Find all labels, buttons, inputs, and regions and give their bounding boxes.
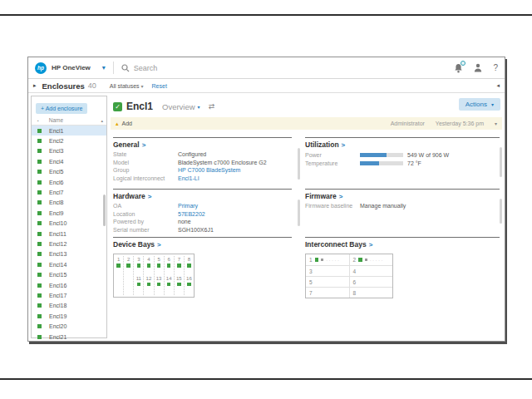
interconnect-bay-5[interactable]: 5 xyxy=(306,277,349,287)
device-bay-column[interactable]: 20 xyxy=(123,256,133,295)
bay-number: 1 xyxy=(309,257,313,263)
sidebar-item-encl14[interactable]: Encl14 xyxy=(32,259,106,269)
sidebar-item-encl1[interactable]: Encl1 xyxy=(32,126,106,135)
device-bay-column[interactable]: 10 xyxy=(114,256,123,295)
interconnect-bay-4[interactable]: 4 xyxy=(349,266,393,276)
add-enclosure-button[interactable]: + Add enclosure xyxy=(36,103,87,114)
device-bay-column[interactable]: 513 xyxy=(154,256,164,295)
device-bay-column[interactable]: 614 xyxy=(164,256,174,295)
status-filter-dropdown[interactable]: All statuses ▾ xyxy=(110,83,144,89)
sidebar-item-encl20[interactable]: Encl20 xyxy=(32,321,106,331)
interconnect-bays-grid: 1·····2·····345678 xyxy=(305,254,393,298)
chevron-down-icon: ▾ xyxy=(491,101,494,107)
interconnect-bay-3[interactable]: 3 xyxy=(306,266,349,276)
hp-logo-icon[interactable]: hp xyxy=(35,62,47,74)
section-general-header[interactable]: General> xyxy=(113,137,292,149)
interconnect-bay-2[interactable]: 2····· xyxy=(349,254,393,265)
status-ok-icon xyxy=(137,283,141,287)
bay-number: 3 xyxy=(137,256,140,263)
device-bay-column[interactable]: 715 xyxy=(174,256,184,295)
interconnect-bay-6[interactable]: 6 xyxy=(349,277,393,287)
bay-number: 7 xyxy=(309,290,313,296)
sidebar-scrollbar[interactable] xyxy=(103,195,106,226)
utilization-row: Power549 W of 906 W xyxy=(305,152,500,158)
sidebar-item-encl18[interactable]: Encl18 xyxy=(32,301,106,311)
bay-number: 8 xyxy=(353,290,357,296)
expand-arrow-icon[interactable]: ▸ xyxy=(33,82,37,89)
enclosure-name: Encl3 xyxy=(49,148,64,154)
enclosure-name: Encl8 xyxy=(49,200,64,205)
sidebar-item-encl10[interactable]: Encl10 xyxy=(32,219,106,229)
sidebar-item-encl15[interactable]: Encl15 xyxy=(32,269,106,279)
sidebar-item-encl19[interactable]: Encl19 xyxy=(32,311,106,321)
status-ok-icon xyxy=(126,264,131,268)
sidebar-item-encl7[interactable]: Encl7 xyxy=(32,187,106,197)
section-hardware-header[interactable]: Hardware> xyxy=(113,189,292,200)
sidebar-item-encl5[interactable]: Encl5 xyxy=(32,167,106,177)
field-row: Firmware baselineManage manually xyxy=(305,203,500,209)
reset-link[interactable]: Reset xyxy=(152,83,167,89)
module-name-truncated: ····· xyxy=(326,258,341,263)
sidebar-item-encl11[interactable]: Encl11 xyxy=(32,229,106,239)
status-ok-icon xyxy=(37,293,42,298)
sidebar-item-encl16[interactable]: Encl16 xyxy=(32,280,106,290)
sidebar-item-encl4[interactable]: Encl4 xyxy=(32,156,106,166)
actions-button[interactable]: Actions ▾ xyxy=(459,98,500,111)
device-bay-column[interactable]: 816 xyxy=(184,256,194,295)
help-icon[interactable]: ? xyxy=(493,63,498,72)
sidebar-item-encl2[interactable]: Encl2 xyxy=(32,135,106,145)
add-enclosure-row: + Add enclosure xyxy=(32,96,106,116)
field-value-link[interactable]: HP C7000 BladeSystem xyxy=(178,167,240,173)
section-device-bays-header[interactable]: Device Bays> xyxy=(113,237,292,249)
field-value-link[interactable]: 57EB2202 xyxy=(178,211,205,217)
sidebar-item-encl13[interactable]: Encl13 xyxy=(32,249,106,259)
search-input[interactable] xyxy=(134,64,367,72)
interconnect-bay-row: 34 xyxy=(306,265,392,276)
status-ok-icon xyxy=(37,170,42,174)
map-view-icon[interactable]: ⇄ xyxy=(209,102,215,111)
bay-number: 12 xyxy=(146,275,152,282)
status-ok-icon xyxy=(37,335,42,339)
device-bay-column[interactable]: 412 xyxy=(143,256,153,295)
device-bay-column[interactable]: 311 xyxy=(133,256,143,295)
enclosure-name: Encl20 xyxy=(49,323,66,329)
sidebar-item-encl21[interactable]: Encl21 xyxy=(32,332,106,342)
field-label: State xyxy=(113,151,178,157)
notifications-bell-icon[interactable] xyxy=(454,63,463,73)
collapse-arrow-icon[interactable]: ◂ xyxy=(496,82,500,89)
sidebar-item-encl9[interactable]: Encl9 xyxy=(32,208,106,218)
bay-number: 4 xyxy=(147,256,150,263)
utilization-row: Temperature72 °F xyxy=(305,160,500,166)
status-ok-icon xyxy=(187,264,191,268)
field-label: Powered by xyxy=(113,219,178,224)
view-selector[interactable]: Overview ▾ xyxy=(162,102,200,111)
notification-bar[interactable]: ▴ Add Administrator Yesterday 5:36 pm ▾ xyxy=(111,117,502,130)
bay-number: 7 xyxy=(178,256,180,263)
section-interconnect-bays-header[interactable]: Interconnect Bays> xyxy=(305,237,500,249)
sidebar-item-encl17[interactable]: Encl17 xyxy=(32,290,106,300)
enclosure-name: Encl16 xyxy=(49,283,66,288)
field-value-link[interactable]: Primary xyxy=(178,203,198,209)
interconnect-bay-7[interactable]: 7 xyxy=(306,288,349,298)
notification-user: Administrator xyxy=(391,121,425,126)
list-header[interactable]: ▪ Name ▴ xyxy=(32,116,106,126)
field-label: Serial number xyxy=(113,227,178,233)
hardware-fields: OAPrimaryLocation57EB2202Powered bynoneS… xyxy=(113,203,292,233)
interconnect-bay-8[interactable]: 8 xyxy=(349,288,393,298)
utilization-value: 549 W of 906 W xyxy=(407,152,449,158)
interconnect-bay-1[interactable]: 1····· xyxy=(306,254,349,265)
chevron-down-icon[interactable]: ▾ xyxy=(102,64,106,71)
sidebar-item-encl6[interactable]: Encl6 xyxy=(32,177,106,187)
status-ok-icon xyxy=(37,252,42,256)
section-utilization-header[interactable]: Utilization> xyxy=(305,137,500,149)
user-icon[interactable] xyxy=(474,63,482,72)
field-value-link[interactable]: Encl1-LI xyxy=(178,175,200,181)
chevron-down-icon[interactable]: ▾ xyxy=(495,121,497,126)
sidebar-item-encl8[interactable]: Encl8 xyxy=(32,198,106,208)
sidebar-item-encl3[interactable]: Encl3 xyxy=(32,146,106,156)
section-firmware-header[interactable]: Firmware> xyxy=(305,189,500,200)
field-row: OAPrimary xyxy=(113,203,292,209)
sidebar-item-encl12[interactable]: Encl12 xyxy=(32,239,106,249)
interconnect-bay-row: 56 xyxy=(306,276,392,287)
module-name-truncated: ····· xyxy=(370,258,385,263)
